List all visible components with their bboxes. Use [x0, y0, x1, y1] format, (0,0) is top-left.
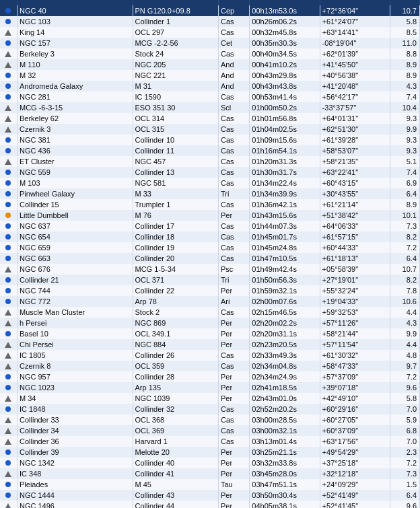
ra-cell: 00h13m53.0s	[250, 5, 320, 16]
primary-id-cell: Pleiades	[17, 479, 133, 490]
table-row[interactable]: Collinder 33 OCL 368 Cas 03h00m28.5s +60…	[0, 414, 420, 425]
dot-blue-icon	[5, 137, 11, 143]
ra-cell: 00h53m41.4s	[250, 92, 320, 102]
table-row[interactable]: Collinder 21 OCL 371 Tri 01h50m56.3s +27…	[0, 275, 420, 285]
table-row[interactable]: M 110 NGC 205 And 00h41m10.2s +41°45'50"…	[0, 59, 420, 70]
alternate-id-header[interactable]	[133, 0, 218, 5]
table-row[interactable]: M 103 NGC 581 Cas 01h34m22.4s +60°43'15"…	[0, 178, 420, 188]
dec-cell: +60°29'16"	[320, 404, 390, 414]
table-row[interactable]: IC 1805 Collinder 26 Cas 02h33m49.3s +61…	[0, 350, 420, 361]
row-icon-cell	[0, 113, 17, 124]
ra-header[interactable]	[250, 0, 320, 5]
table-row[interactable]: Collinder 36 Harvard 1 Cas 03h13m01.4s +…	[0, 436, 420, 447]
ra-cell: 02h43m01.0s	[250, 393, 320, 404]
table-row[interactable]: Czernik 8 OCL 359 Cas 02h34m04.8s +58°47…	[0, 361, 420, 371]
table-row[interactable]: NGC 103 Collinder 1 Cas 00h26m06.2s +61°…	[0, 16, 420, 27]
dec-cell: +63°17'56"	[320, 436, 390, 447]
con-cell: And	[218, 81, 249, 92]
row-icon-cell	[0, 490, 17, 501]
table-row[interactable]: NGC 654 Collinder 18 Cas 01h45m01.7s +61…	[0, 231, 420, 242]
table-row[interactable]: NGC 663 Collinder 20 Cas 01h47m10.5s +61…	[0, 253, 420, 264]
dec-cell: +40°56'38"	[320, 70, 390, 81]
alternate-id-cell: M 31	[133, 81, 218, 92]
table-row[interactable]: Collinder 39 Melotte 20 Per 03h25m21.1s …	[0, 447, 420, 458]
dot-blue-icon	[5, 40, 11, 46]
ra-cell: 02h23m20.5s	[250, 339, 320, 350]
dec-cell: +58°47'33"	[320, 361, 390, 371]
table-row[interactable]: NGC 676 MCG 1-5-34 Psc 01h49m42.4s +05°5…	[0, 264, 420, 275]
alternate-id-cell: Melotte 20	[133, 447, 218, 458]
ra-cell: 01h59m32.1s	[250, 285, 320, 296]
table-row[interactable]: Berkeley 62 OCL 314 Cas 01h01m56.8s +64°…	[0, 113, 420, 124]
primary-id-cell: NGC 663	[17, 253, 133, 264]
table-row[interactable]: NGC 40 PN G120.0+09.8 Cep 00h13m53.0s +7…	[0, 5, 420, 16]
table-row[interactable]: Berkeley 3 Stock 24 Cas 00h40m34.5s +62°…	[0, 48, 420, 59]
table-row[interactable]: IC 1848 Collinder 32 Cas 02h52m20.2s +60…	[0, 404, 420, 414]
table-row[interactable]: MCG -6-3-15 ESO 351 30 Scl 01h00m50.2s -…	[0, 102, 420, 113]
triangle-icon	[5, 310, 11, 316]
mag-cell: 10.6	[390, 296, 419, 307]
row-icon-cell	[0, 350, 17, 361]
dot-blue-icon	[5, 170, 11, 175]
table-row[interactable]: Pinwheel Galaxy M 33 Tri 01h34m39.9s +30…	[0, 188, 420, 199]
table-row[interactable]: NGC 772 Arp 78 Ari 02h00m07.6s +19°04'33…	[0, 296, 420, 307]
table-row[interactable]: Little Dumbbell M 76 Per 01h43m15.6s +51…	[0, 210, 420, 221]
con-header[interactable]	[218, 0, 249, 5]
table-row[interactable]: NGC 157 MCG -2-2-56 Cet 00h35m30.3s -08°…	[0, 38, 420, 48]
alternate-id-cell: Collinder 32	[133, 404, 218, 414]
alternate-id-cell: OCL 314	[133, 113, 218, 124]
table-row[interactable]: ET Cluster NGC 457 Cas 01h20m31.3s +58°2…	[0, 156, 420, 167]
mag-header[interactable]	[390, 0, 419, 5]
table-row[interactable]: Muscle Man Cluster Stock 2 Cas 02h15m46.…	[0, 307, 420, 318]
table-row[interactable]: M 32 NGC 221 And 00h43m29.8s +40°56'38" …	[0, 70, 420, 81]
con-cell: Per	[218, 447, 249, 458]
primary-id-cell: M 110	[17, 59, 133, 70]
table-row[interactable]: NGC 957 Collinder 28 Per 02h34m24.9s +57…	[0, 371, 420, 382]
dec-cell: +27°19'01"	[320, 275, 390, 285]
alternate-id-cell: NGC 869	[133, 318, 218, 328]
table-row[interactable]: Chi Persei NGC 884 Per 02h23m20.5s +57°1…	[0, 339, 420, 350]
dec-header[interactable]	[320, 0, 390, 5]
table-row[interactable]: NGC 744 Collinder 22 Per 01h59m32.1s +55…	[0, 285, 420, 296]
primary-id-cell: NGC 157	[17, 38, 133, 48]
mag-cell: 10.7	[390, 5, 419, 16]
primary-id-cell: Collinder 36	[17, 436, 133, 447]
table-row[interactable]: M 34 NGC 1039 Per 02h43m01.0s +42°49'10"…	[0, 393, 420, 404]
table-row[interactable]: h Persei NGC 869 Per 02h20m02.2s +57°11'…	[0, 318, 420, 328]
triangle-icon	[5, 30, 11, 36]
dot-blue-icon	[5, 288, 11, 293]
table-row[interactable]: NGC 659 Collinder 19 Cas 01h45m24.8s +60…	[0, 242, 420, 253]
dot-blue-icon	[5, 223, 11, 229]
primary-id-header[interactable]	[17, 0, 133, 5]
primary-id-cell: h Persei	[17, 318, 133, 328]
table-row[interactable]: Collinder 34 OCL 369 Cas 03h00m32.1s +60…	[0, 425, 420, 436]
mag-cell: 4.4	[390, 307, 419, 318]
table-row[interactable]: NGC 281 IC 1590 Cas 00h53m41.4s +56°42'1…	[0, 92, 420, 102]
check-header[interactable]	[0, 0, 17, 5]
table-row[interactable]: King 14 OCL 297 Cas 00h32m45.8s +63°14'4…	[0, 27, 420, 38]
table-row[interactable]: Collinder 15 Trumpler 1 Cas 01h36m42.1s …	[0, 199, 420, 210]
table-row[interactable]: Basel 10 OCL 349.1 Per 02h20m31.1s +58°2…	[0, 328, 420, 339]
table-row[interactable]: IC 348 Collinder 41 Per 03h45m28.0s +32°…	[0, 468, 420, 479]
ra-cell: 01h04m02.5s	[250, 124, 320, 135]
table-row[interactable]: NGC 1023 Arp 135 Per 02h41m18.5s +39°07'…	[0, 382, 420, 393]
con-cell: Cas	[218, 27, 249, 38]
mag-cell: 7.0	[390, 436, 419, 447]
dot-blue-icon	[5, 94, 11, 100]
table-row[interactable]: Andromeda Galaxy M 31 And 00h43m43.8s +4…	[0, 81, 420, 92]
table-row[interactable]: NGC 381 Collinder 10 Cas 01h09m15.6s +61…	[0, 135, 420, 145]
table-row[interactable]: NGC 637 Collinder 17 Cas 01h44m07.3s +64…	[0, 221, 420, 231]
table-row[interactable]: Czernik 3 OCL 315 Cas 01h04m02.5s +62°51…	[0, 124, 420, 135]
table-row[interactable]: NGC 1444 Collinder 43 Per 03h50m30.4s +5…	[0, 490, 420, 501]
object-table: NGC 40 PN G120.0+09.8 Cep 00h13m53.0s +7…	[0, 0, 420, 508]
con-cell: Cas	[218, 16, 249, 27]
table-row[interactable]: NGC 1342 Collinder 40 Per 03h32m33.8s +3…	[0, 458, 420, 468]
table-row[interactable]: NGC 436 Collinder 11 Cas 01h16m54.1s +58…	[0, 145, 420, 156]
table-row[interactable]: NGC 1496 Collinder 44 Per 04h05m38.1s +5…	[0, 501, 420, 508]
table-row[interactable]: NGC 559 Collinder 13 Cas 01h30m31.7s +63…	[0, 167, 420, 178]
mag-cell: 8.9	[390, 199, 419, 210]
dot-blue-icon	[5, 385, 11, 390]
table-row[interactable]: Pleiades M 45 Tau 03h47m51.1s +24°09'29"…	[0, 479, 420, 490]
dec-cell: +60°37'09"	[320, 425, 390, 436]
dec-cell: +56°42'17"	[320, 92, 390, 102]
